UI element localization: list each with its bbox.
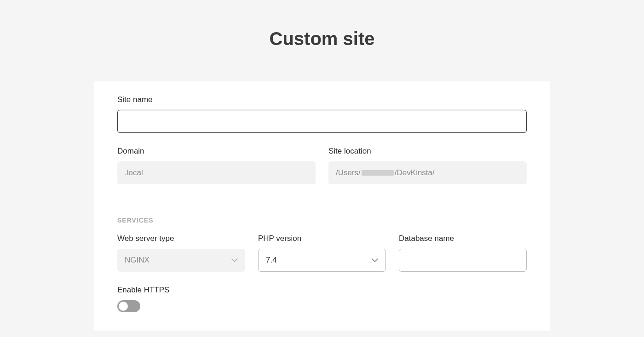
site-location-value: /Users//DevKinsta/ — [328, 161, 527, 184]
web-server-select[interactable]: NGINX — [117, 249, 245, 272]
web-server-group: Web server type NGINX — [117, 234, 245, 272]
php-version-group: PHP version 7.4 — [258, 234, 386, 272]
domain-group: Domain .local — [117, 147, 316, 184]
chevron-down-icon — [231, 258, 238, 262]
site-location-label: Site location — [328, 147, 527, 156]
site-name-label: Site name — [117, 95, 527, 104]
database-name-input[interactable] — [399, 249, 527, 272]
site-name-group: Site name — [117, 95, 527, 133]
services-heading: SERVICES — [117, 217, 527, 224]
php-version-label: PHP version — [258, 234, 386, 243]
site-location-prefix: /Users/ — [336, 168, 361, 177]
https-toggle[interactable] — [117, 300, 140, 312]
domain-value: .local — [117, 161, 316, 184]
database-name-group: Database name — [399, 234, 527, 272]
site-location-suffix: /DevKinsta/ — [395, 168, 435, 177]
form-card: Site name Domain .local Site location /U… — [94, 81, 550, 331]
https-label: Enable HTTPS — [117, 286, 527, 295]
redacted-username — [362, 170, 394, 176]
php-version-select[interactable]: 7.4 — [258, 249, 386, 272]
https-group: Enable HTTPS — [117, 286, 527, 312]
page-title: Custom site — [0, 0, 644, 81]
web-server-label: Web server type — [117, 234, 245, 243]
web-server-value: NGINX — [125, 256, 150, 265]
php-version-value: 7.4 — [266, 256, 277, 265]
site-location-group: Site location /Users//DevKinsta/ — [328, 147, 527, 184]
domain-label: Domain — [117, 147, 316, 156]
chevron-down-icon — [372, 258, 378, 262]
toggle-knob — [119, 302, 128, 311]
database-name-label: Database name — [399, 234, 527, 243]
site-name-input[interactable] — [117, 110, 527, 133]
